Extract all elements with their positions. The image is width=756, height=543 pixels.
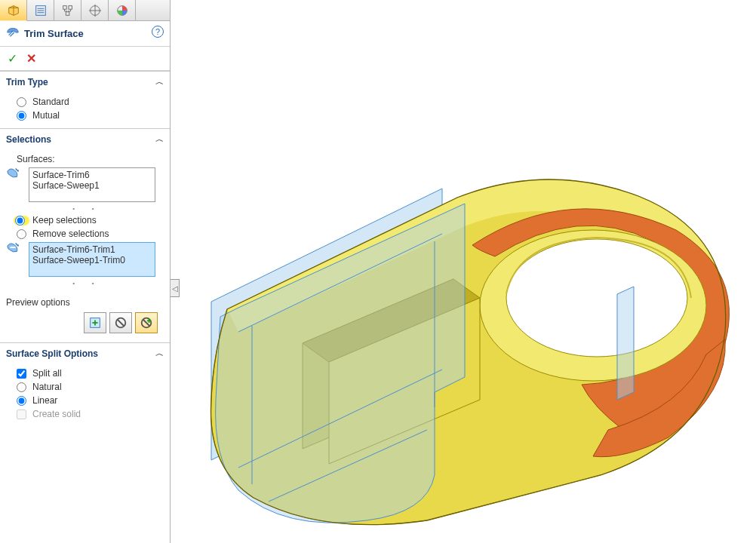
- radio-label: Standard: [32, 97, 69, 107]
- list-item[interactable]: Surface-Trim6: [32, 170, 152, 180]
- both-preview-icon: [140, 316, 153, 330]
- btn-show-both[interactable]: [135, 312, 158, 333]
- tab-feature-manager[interactable]: [0, 0, 27, 21]
- section-selections: Selections ︿ Surfaces: Surface-Trim6 Sur…: [0, 128, 170, 294]
- radio-keep-input[interactable]: [15, 216, 25, 225]
- list-item[interactable]: Surface-Trim6-Trim1: [32, 244, 152, 255]
- section-header-split[interactable]: Surface Split Options ︿: [0, 343, 170, 364]
- ok-cancel-bar: ✓ ✕: [0, 47, 170, 71]
- radio-standard[interactable]: Standard: [6, 95, 164, 109]
- section-trim-type: Trim Type ︿ Standard Mutual: [0, 71, 170, 128]
- radio-natural-input[interactable]: [17, 382, 26, 392]
- surfaces-listbox[interactable]: Surface-Trim6 Surface-Sweep1: [29, 167, 155, 202]
- feature-title: Trim Surface: [24, 28, 84, 39]
- resize-handle[interactable]: • •: [6, 278, 164, 288]
- surfaces-label: Surfaces:: [6, 152, 164, 166]
- excluded-preview-icon: [114, 316, 128, 330]
- section-header-trim-type[interactable]: Trim Type ︿: [0, 72, 170, 92]
- check-split-all[interactable]: Split all: [6, 367, 164, 380]
- radio-keep-selections-row[interactable]: Keep selections: [6, 213, 164, 227]
- btn-show-excluded[interactable]: [109, 312, 132, 333]
- check-create-solid-input: [17, 410, 26, 419]
- check-label: Create solid: [32, 409, 81, 419]
- section-title: Trim Type: [6, 77, 48, 87]
- pieces-listbox[interactable]: Surface-Trim6-Trim1 Surface-Sweep1-Trim0: [29, 242, 155, 277]
- radio-label: Keep selections: [32, 215, 97, 225]
- check-split-all-input[interactable]: [17, 369, 26, 379]
- radio-label: Mutual: [32, 110, 60, 121]
- plus-preview-icon: [88, 316, 102, 330]
- chevron-up-icon: ︿: [155, 133, 164, 145]
- svg-rect-5: [68, 5, 72, 9]
- section-preview: Preview options: [0, 294, 170, 342]
- svg-rect-4: [63, 5, 66, 9]
- svg-rect-6: [66, 11, 69, 14]
- btn-show-included[interactable]: [84, 312, 106, 333]
- surfaces-selection-icon: [6, 166, 20, 182]
- ok-button[interactable]: ✓: [8, 51, 17, 66]
- check-create-solid: Create solid: [6, 407, 164, 421]
- model-preview: [171, 158, 744, 528]
- section-header-selections[interactable]: Selections ︿: [0, 129, 170, 149]
- property-manager-panel: Trim Surface ? ✓ ✕ Trim Type ︿ Standard …: [0, 0, 171, 543]
- tab-display-manager[interactable]: [109, 0, 136, 20]
- list-item[interactable]: Surface-Sweep1: [32, 180, 152, 191]
- feature-header: Trim Surface ?: [0, 21, 170, 47]
- list-icon: [34, 4, 48, 17]
- cube-icon: [7, 4, 20, 17]
- radio-mutual-input[interactable]: [17, 111, 26, 121]
- radio-standard-input[interactable]: [17, 97, 26, 107]
- list-item[interactable]: Surface-Sweep1-Trim0: [32, 255, 152, 265]
- radio-label: Linear: [32, 395, 57, 406]
- chevron-up-icon: ︿: [155, 76, 164, 87]
- tab-property-manager[interactable]: [27, 0, 54, 20]
- preview-label: Preview options: [6, 296, 164, 309]
- tab-configuration-manager[interactable]: [54, 0, 81, 20]
- trim-surface-icon: [6, 26, 20, 41]
- radio-mutual[interactable]: Mutual: [6, 109, 164, 122]
- radio-label: Remove selections: [32, 229, 109, 239]
- radio-label: Natural: [32, 382, 62, 392]
- target-icon: [88, 4, 102, 17]
- radio-natural[interactable]: Natural: [6, 380, 164, 394]
- radio-linear[interactable]: Linear: [6, 394, 164, 407]
- chevron-up-icon: ︿: [155, 348, 164, 359]
- tab-dimxpert[interactable]: [81, 0, 109, 20]
- svg-point-23: [506, 239, 687, 357]
- section-title: Surface Split Options: [6, 348, 98, 359]
- cancel-button[interactable]: ✕: [26, 51, 36, 66]
- panel-tab-bar: [0, 0, 170, 21]
- svg-marker-12: [17, 244, 19, 247]
- radio-linear-input[interactable]: [17, 396, 26, 406]
- tree-icon: [61, 4, 75, 17]
- section-title: Selections: [6, 134, 51, 145]
- radio-remove-input[interactable]: [17, 229, 26, 239]
- radio-remove-selections[interactable]: Remove selections: [6, 227, 164, 241]
- graphics-viewport[interactable]: ◁: [171, 0, 756, 543]
- svg-line-17: [118, 320, 124, 327]
- check-label: Split all: [32, 368, 62, 379]
- pieces-selection-icon: [6, 241, 20, 256]
- svg-marker-11: [17, 170, 19, 173]
- resize-handle[interactable]: • •: [6, 204, 164, 213]
- section-split-options: Surface Split Options ︿ Split all Natura…: [0, 342, 170, 427]
- appearance-icon: [115, 4, 129, 17]
- help-icon[interactable]: ?: [152, 26, 164, 38]
